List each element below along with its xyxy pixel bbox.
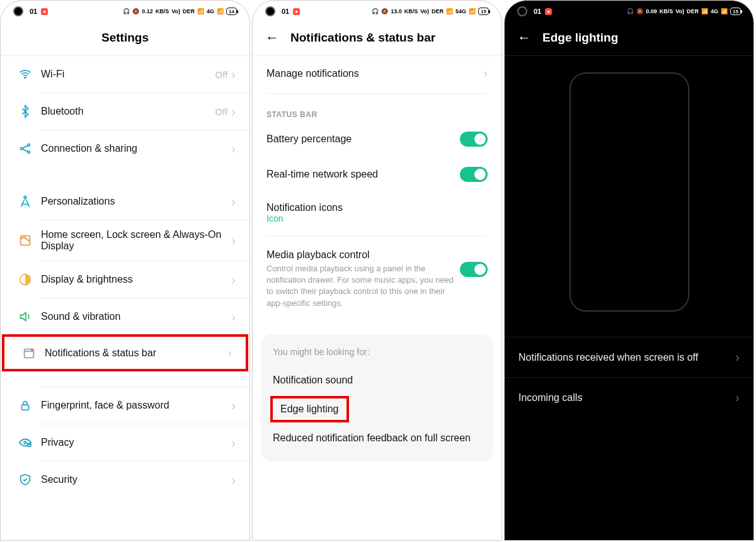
opt-edge-lighting[interactable]: Edge lighting	[270, 396, 349, 422]
row-wifi[interactable]: Wi-Fi Off ›	[1, 56, 249, 93]
chevron-right-icon: ›	[231, 104, 236, 119]
status-bar: 01 ● 🎧 🔕 0.09 KB/S Vo) DER 📶 4G 📶 15	[505, 1, 753, 20]
signal-type: 54G	[455, 8, 466, 14]
lock-icon	[14, 398, 36, 412]
headset-icon: 🎧	[123, 8, 130, 14]
chevron-right-icon: ›	[735, 350, 740, 364]
row-label: Fingerprint, face & password	[36, 400, 231, 411]
volte1-icon: Vo)	[171, 8, 180, 14]
svg-point-10	[24, 441, 26, 444]
row-network-speed[interactable]: Real-time network speed	[253, 157, 501, 192]
volte2-icon: DER	[432, 8, 444, 14]
row-battery-percentage[interactable]: Battery percentage	[253, 121, 501, 157]
chevron-right-icon: ›	[231, 436, 236, 450]
net-speed: 0.12	[142, 8, 153, 14]
header: ← Edge lighting	[505, 20, 753, 56]
phone-outline-icon	[570, 72, 689, 312]
battery-icon: 14	[226, 8, 237, 15]
chevron-right-icon: ›	[231, 473, 236, 487]
row-home-lock-aod[interactable]: Home screen, Lock screen & Always-On Dis…	[1, 220, 249, 261]
signal-icon: 📶	[446, 8, 453, 14]
net-speed: 13.0	[391, 8, 402, 14]
row-label: Display & brightness	[36, 274, 231, 285]
compass-icon	[14, 195, 36, 208]
screen-edge-lighting: 01 ● 🎧 🔕 0.09 KB/S Vo) DER 📶 4G 📶 15 ← E…	[504, 0, 754, 541]
chevron-right-icon: ›	[231, 142, 236, 156]
status-time: 01	[30, 8, 37, 15]
chevron-right-icon: ›	[483, 66, 488, 81]
status-time: 01	[534, 8, 541, 15]
signal-type: 4G	[207, 8, 214, 14]
volte2-icon: DER	[183, 8, 195, 14]
record-icon: ●	[293, 8, 300, 15]
battery-icon: 15	[730, 8, 741, 15]
row-personalizations[interactable]: Personalizations ›	[1, 183, 249, 220]
status-bar: 01 ● 🎧 🔕 0.12 KB/S Vo) DER 📶 4G 📶 14	[1, 1, 249, 20]
page-title: Settings	[101, 31, 149, 45]
row-notif-screen-off[interactable]: Notifications received when screen is of…	[505, 337, 753, 377]
signal2-icon: 📶	[217, 8, 224, 14]
row-incoming-calls[interactable]: Incoming calls ›	[505, 377, 753, 417]
screen-settings: 01 ● 🎧 🔕 0.12 KB/S Vo) DER 📶 4G 📶 14 Set…	[0, 0, 250, 541]
row-privacy[interactable]: Privacy ›	[1, 424, 249, 461]
chevron-right-icon: ›	[231, 398, 236, 413]
back-arrow-icon[interactable]: ←	[517, 30, 531, 46]
row-security[interactable]: Security ›	[1, 461, 249, 498]
row-value: Off	[215, 69, 228, 80]
row-connection-sharing[interactable]: Connection & sharing ›	[1, 130, 249, 167]
svg-point-8	[31, 348, 33, 351]
row-bluetooth[interactable]: Bluetooth Off ›	[1, 93, 249, 130]
svg-point-1	[21, 147, 23, 150]
row-media-playback[interactable]: Media playback control Control media pla…	[253, 239, 501, 319]
row-label: Notification icons	[266, 202, 488, 213]
shield-icon	[14, 473, 36, 487]
screen-notifications: 01 ● 🎧 🔕 13.0 KB/S Vo) DER 📶 54G 📶 15 ← …	[252, 0, 502, 541]
chevron-right-icon: ›	[227, 346, 232, 360]
signal-type: 4G	[711, 8, 718, 14]
status-bar: 01 ● 🎧 🔕 13.0 KB/S Vo) DER 📶 54G 📶 15	[253, 1, 501, 20]
row-label: Battery percentage	[266, 133, 460, 145]
row-display-brightness[interactable]: Display & brightness ›	[1, 261, 249, 298]
header: ← Notifications & status bar	[253, 20, 501, 56]
opt-notification-sound[interactable]: Notification sound	[273, 367, 481, 393]
chevron-right-icon: ›	[231, 195, 236, 209]
section-header-statusbar: STATUS BAR	[253, 96, 501, 121]
svg-rect-9	[22, 405, 29, 410]
chevron-right-icon: ›	[231, 234, 236, 248]
header: Settings	[1, 20, 249, 56]
row-sound-vibration[interactable]: Sound & vibration ›	[1, 298, 249, 335]
chevron-right-icon: ›	[231, 273, 236, 287]
dnd-icon: 🔕	[132, 8, 139, 14]
row-label: Personalizations	[36, 196, 231, 207]
row-value: Off	[215, 106, 228, 117]
back-arrow-icon[interactable]: ←	[265, 30, 279, 46]
row-fingerprint[interactable]: Fingerprint, face & password ›	[1, 387, 249, 424]
headset-icon: 🎧	[627, 8, 634, 14]
volte1-icon: Vo)	[420, 8, 429, 14]
net-speed-unit: KB/S	[660, 8, 673, 14]
row-manage-notifications[interactable]: Manage notifications ›	[253, 56, 501, 91]
row-label: Connection & sharing	[36, 143, 231, 154]
chevron-right-icon: ›	[231, 310, 236, 324]
status-time: 01	[282, 8, 289, 15]
toggle-battery-pct[interactable]	[460, 132, 488, 147]
toggle-media-playback[interactable]	[460, 262, 488, 277]
net-speed-unit: KB/S	[156, 8, 169, 14]
row-label: Notifications received when screen is of…	[518, 352, 735, 363]
sound-icon	[14, 310, 36, 324]
home-screen-icon	[14, 234, 36, 247]
row-notification-icons[interactable]: Notification icons Icon	[253, 192, 501, 234]
settings-list: Wi-Fi Off › Bluetooth Off › Connection &…	[1, 56, 249, 498]
row-label: Media playback control	[266, 249, 460, 261]
record-icon: ●	[545, 8, 552, 15]
dnd-icon: 🔕	[381, 8, 388, 14]
camera-hole-icon	[517, 6, 527, 16]
edge-lighting-preview	[505, 56, 753, 337]
record-icon: ●	[41, 8, 48, 15]
net-speed: 0.09	[646, 8, 657, 14]
row-notifications-statusbar[interactable]: Notifications & status bar ›	[2, 334, 248, 371]
toggle-network-speed[interactable]	[460, 167, 488, 182]
row-label: Bluetooth	[36, 106, 215, 117]
opt-reduced-feedback[interactable]: Reduced notification feedback on full sc…	[273, 425, 481, 451]
signal-icon: 📶	[197, 8, 204, 14]
